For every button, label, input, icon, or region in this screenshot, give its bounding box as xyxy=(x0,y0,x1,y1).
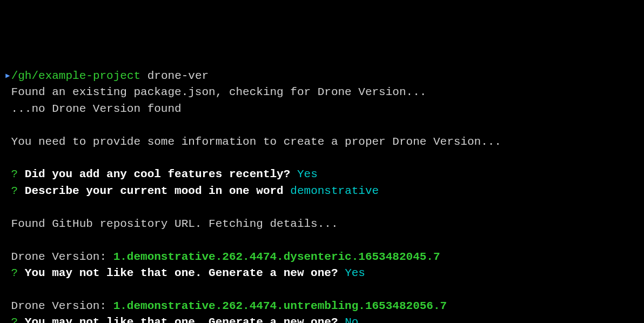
output-need-info: You need to provide some information to … xyxy=(4,134,640,150)
output-no-version: ...no Drone Version found xyxy=(4,101,640,117)
answer-regen1: Yes xyxy=(345,267,365,279)
blank-line-4 xyxy=(4,232,640,248)
version-line-2: Drone Version: 1.demonstrative.262.4474.… xyxy=(4,298,640,314)
blank-line-2 xyxy=(4,150,640,166)
question-regen2-text: You may not like that one. Generate a ne… xyxy=(25,316,338,323)
question-regen-2: ? You may not like that one. Generate a … xyxy=(4,314,640,323)
question-mood: ? Describe your current mood in one word… xyxy=(4,183,640,199)
question-marker-icon: ? xyxy=(11,185,18,197)
question-marker-icon: ? xyxy=(11,267,18,279)
prompt-line[interactable]: ▸/gh/example-project drone-ver xyxy=(4,68,640,84)
answer-regen2: No xyxy=(345,316,358,323)
version-line-1: Drone Version: 1.demonstrative.262.4474.… xyxy=(4,249,640,265)
question-regen-1: ? You may not like that one. Generate a … xyxy=(4,265,640,281)
question-features: ? Did you add any cool features recently… xyxy=(4,166,640,183)
output-found-pkg: Found an existing package.json, checking… xyxy=(4,84,640,100)
question-marker-icon: ? xyxy=(11,168,18,180)
version-label-1: Drone Version: xyxy=(11,251,113,263)
prompt-cwd: /gh/example-project xyxy=(11,70,140,82)
version-label-2: Drone Version: xyxy=(11,300,113,312)
question-features-text: Did you add any cool features recently? xyxy=(25,168,290,180)
version-value-2: 1.demonstrative.262.4474.untrembling.165… xyxy=(113,300,447,312)
version-value-1: 1.demonstrative.262.4474.dysenteric.1653… xyxy=(113,251,440,263)
question-regen1-text: You may not like that one. Generate a ne… xyxy=(25,267,338,279)
blank-line-3 xyxy=(4,199,640,216)
question-marker-icon: ? xyxy=(11,316,18,323)
output-found-repo: Found GitHub repository URL. Fetching de… xyxy=(4,216,640,232)
answer-mood: demonstrative xyxy=(290,185,379,197)
command-text: drone-ver xyxy=(147,70,209,82)
blank-line-5 xyxy=(4,281,640,298)
blank-line-1 xyxy=(4,117,640,133)
question-mood-text: Describe your current mood in one word xyxy=(25,185,284,197)
prompt-caret-icon: ▸ xyxy=(4,70,11,82)
answer-features: Yes xyxy=(297,168,318,180)
prompt-space xyxy=(140,70,147,82)
